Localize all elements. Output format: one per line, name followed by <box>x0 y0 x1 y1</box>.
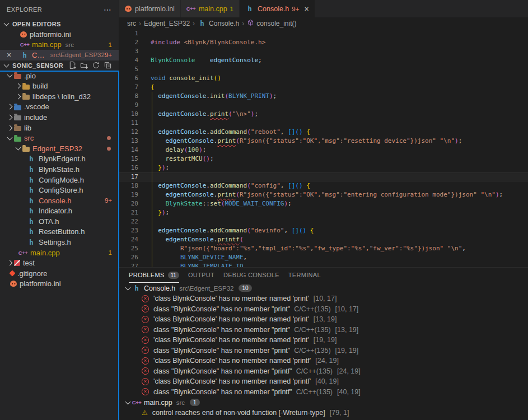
tree-item-blynkedgent-h[interactable]: hBlynkEdgent.h <box>0 154 119 165</box>
code-line[interactable]: edgentConsole.print(R"json({"status":"OK… <box>151 137 528 146</box>
tab-main-cpp[interactable]: C++main.cpp1 <box>181 0 240 17</box>
code-line[interactable] <box>151 101 528 110</box>
problem-row[interactable]: ⚠control reaches end of non-void functio… <box>119 408 528 418</box>
panel-tab-problems[interactable]: PROBLEMS11 <box>129 268 179 283</box>
open-editor-item[interactable]: ×hConsole.hsrc\Edgent_ESP329+ <box>0 50 119 60</box>
problem-row[interactable]: ×'class BlynkConsole' has no member name… <box>119 376 528 387</box>
tree-item-build[interactable]: build <box>0 81 119 91</box>
code-editor[interactable]: 1234567891011121314151617181920212223242… <box>119 29 528 267</box>
problems-file-group[interactable]: hConsole.hsrc\Edgent_ESP3210 <box>119 283 528 293</box>
code-token: BLYNK_DEVICE_NAME <box>180 254 244 261</box>
code-line[interactable]: { <box>151 83 528 92</box>
code-token <box>151 137 166 144</box>
code-line[interactable]: BlynkState::set(MODE_WAIT_CONFIG); <box>151 199 528 208</box>
problem-row[interactable]: ×'class BlynkConsole' has no member name… <box>119 356 528 366</box>
collapse-all-icon[interactable] <box>104 61 112 69</box>
project-section-header[interactable]: SONIC_SENSOR <box>0 60 119 71</box>
tree-item--pio[interactable]: .pio <box>0 71 119 81</box>
tree-item-resetbutton-h[interactable]: hResetButton.h <box>0 227 119 237</box>
tree-item-lib[interactable]: lib <box>0 123 119 133</box>
breadcrumb-folder[interactable]: Edgent_ESP32 <box>144 20 190 27</box>
code-line[interactable]: delay(100); <box>151 146 528 155</box>
tab-console-h[interactable]: hConsole.h9+× <box>240 0 315 17</box>
tab-platformio-ini[interactable]: platformio.ini <box>119 0 181 17</box>
tree-item-ota-h[interactable]: hOTA.h <box>0 216 119 227</box>
breadcrumb-folder[interactable]: src <box>127 20 136 27</box>
tree-item-blynkstate-h[interactable]: hBlynkState.h <box>0 164 119 175</box>
tree-item-include[interactable]: include <box>0 112 119 123</box>
tree-item-libdeps-lolin-d32[interactable]: libdeps \ lolin_d32 <box>0 91 119 102</box>
code-token: ( <box>236 137 240 144</box>
chevron-right-icon <box>7 104 13 110</box>
new-file-icon[interactable] <box>68 61 77 69</box>
tree-item-main-cpp[interactable]: C++main.cpp1 <box>0 248 119 258</box>
problem-row[interactable]: ×class "BlynkConsole" has no member "pri… <box>119 325 528 335</box>
problem-row[interactable]: ×'class BlynkConsole' has no member name… <box>119 314 528 325</box>
tree-item-indicator-h[interactable]: hIndicator.h <box>0 206 119 217</box>
tree-item-test[interactable]: test <box>0 258 119 268</box>
open-editor-item[interactable]: C++main.cppsrc1 <box>0 40 119 50</box>
problem-row[interactable]: ×class "BlynkConsole" has no member "pri… <box>119 304 528 315</box>
code-line[interactable]: edgentConsole.addCommand("reboot", []() … <box>151 128 528 137</box>
code-token <box>151 227 158 234</box>
code-line[interactable]: R"json({"board":"%s","tmpl_id":"%s","fw_… <box>151 244 528 253</box>
code-token: . <box>206 227 210 234</box>
problems-file-group[interactable]: C++main.cppsrc1 <box>119 397 528 408</box>
test-icon <box>14 260 20 266</box>
tree-item-configmode-h[interactable]: hConfigMode.h <box>0 175 119 185</box>
problem-row[interactable]: ×class "BlynkConsole" has no member "pri… <box>119 387 528 398</box>
panel-tab-output[interactable]: OUTPUT <box>188 268 214 283</box>
h-icon: h <box>132 284 141 292</box>
code-line[interactable] <box>151 47 528 56</box>
problem-row[interactable]: ×'class BlynkConsole' has no member name… <box>119 335 528 346</box>
tree-item--gitignore[interactable]: .gitignore <box>0 268 119 279</box>
refresh-icon[interactable] <box>92 61 100 69</box>
tree-item-src[interactable]: src <box>0 133 119 143</box>
tree-item-settings-h[interactable]: hSettings.h <box>0 237 119 248</box>
code-line[interactable]: edgentConsole.addCommand("devinfo", []()… <box>151 226 528 235</box>
line-number: 2 <box>119 38 145 47</box>
code-line[interactable]: void console_init() <box>151 74 528 83</box>
code-line[interactable] <box>151 65 528 74</box>
code-line[interactable]: BLYNK_DEVICE_NAME, <box>151 253 528 262</box>
code-line[interactable] <box>151 217 528 226</box>
open-editors-header[interactable]: OPEN EDITORS <box>0 19 119 29</box>
problem-row[interactable]: ×'class BlynkConsole' has no member name… <box>119 293 528 304</box>
code-line[interactable] <box>151 172 528 181</box>
code-line[interactable]: edgentConsole.print(R"json({"status":"OK… <box>151 190 528 199</box>
line-number: 11 <box>119 119 145 128</box>
line-number: 7 <box>119 83 145 92</box>
code-line[interactable]: BLYNK_TEMPLATE_ID, <box>151 262 528 267</box>
code-line[interactable]: #include <Blynk/BlynkConsole.h> <box>151 38 528 47</box>
breadcrumb-file[interactable]: hConsole.h <box>198 20 239 27</box>
code-line[interactable]: }); <box>151 208 528 217</box>
code-line[interactable] <box>151 29 528 38</box>
code-token <box>151 182 158 189</box>
panel-tab-debug-console[interactable]: DEBUG CONSOLE <box>223 268 279 283</box>
new-folder-icon[interactable] <box>80 61 88 69</box>
problem-row[interactable]: ×class "BlynkConsole" has no member "pri… <box>119 366 528 377</box>
breadcrumb-symbol[interactable]: console_init() <box>247 19 296 28</box>
close-icon[interactable]: × <box>304 4 309 13</box>
code-line[interactable]: }); <box>151 164 528 172</box>
tree-item-edgent-esp32[interactable]: Edgent_ESP32 <box>0 143 119 154</box>
more-actions-icon[interactable]: ⋯ <box>104 5 112 14</box>
tree-item-console-h[interactable]: hConsole.h9+ <box>0 195 119 206</box>
code-line[interactable] <box>151 119 528 128</box>
close-icon[interactable]: × <box>7 50 11 59</box>
problem-row[interactable]: ×class "BlynkConsole" has no member "pri… <box>119 346 528 356</box>
code-line[interactable]: edgentConsole.printf( <box>151 235 528 244</box>
tree-item-configstore-h[interactable]: hConfigStore.h <box>0 185 119 195</box>
panel-tab-terminal[interactable]: TERMINAL <box>288 268 321 283</box>
chevron-slot <box>14 84 22 88</box>
code-line[interactable]: BlynkConsole edgentConsole; <box>151 56 528 65</box>
sidebar-resize-sash[interactable] <box>118 71 119 420</box>
tree-item--vscode[interactable]: .vscode <box>0 102 119 113</box>
code-line[interactable]: restartMCU(); <box>151 155 528 164</box>
code-line[interactable]: edgentConsole.init(BLYNK_PRINT); <box>151 92 528 101</box>
open-editor-item[interactable]: platformio.ini <box>0 29 119 40</box>
tree-item-platformio-ini[interactable]: platformio.ini <box>0 279 119 290</box>
code-line[interactable]: edgentConsole.print("\n>"); <box>151 110 528 119</box>
code-token: R"json({"status":"OK","msg":"resetting d… <box>240 137 455 144</box>
code-line[interactable]: edgentConsole.addCommand("config", []() … <box>151 181 528 190</box>
